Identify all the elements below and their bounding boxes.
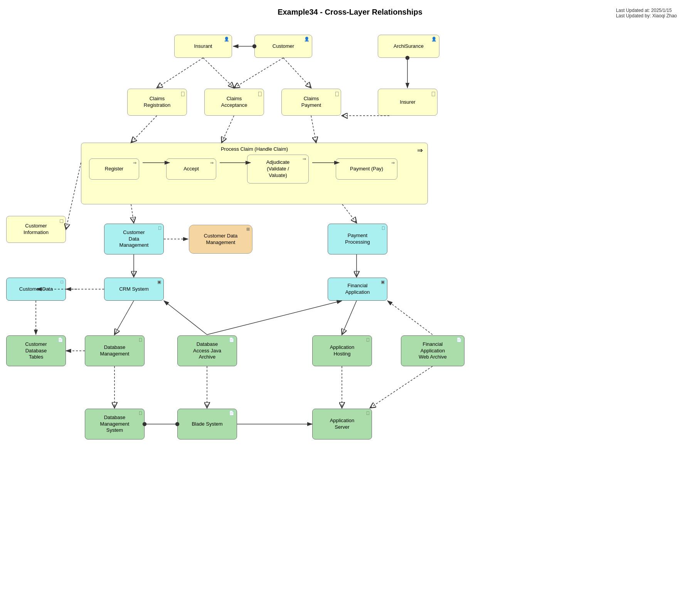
cdm-orange-icon: ⊞ [246, 227, 250, 232]
node-archisurance[interactable]: 👤 ArchiSurance [378, 35, 439, 58]
svg-line-21 [342, 204, 357, 223]
node-payment-pay[interactable]: ⇒ Payment (Pay) [336, 158, 397, 180]
app-host-icon: ⎕ [367, 337, 369, 342]
customer-db-tables-label: CustomerDatabaseTables [22, 340, 50, 362]
svg-line-6 [157, 58, 203, 88]
fin-app-icon: ▣ [381, 280, 385, 285]
svg-line-11 [131, 116, 157, 143]
diagram-container: Example34 - Cross-Layer Relationships La… [0, 0, 700, 613]
svg-line-19 [131, 204, 134, 223]
cdm-orange-label: Customer DataManagement [201, 231, 241, 248]
main-title: Example34 - Cross-Layer Relationships [278, 8, 422, 17]
customer-information-label: CustomerInformation [20, 221, 52, 237]
database-access-java-label: DatabaseAccess JavaArchive [190, 340, 224, 362]
accept-label: Accept [180, 164, 202, 174]
svg-line-13 [311, 116, 316, 143]
payment-proc-icon: ⎕ [382, 226, 385, 230]
claims-pay-icon: ⎕ [335, 91, 338, 97]
node-financial-app-web[interactable]: 📄 FinancialApplicationWeb Archive [401, 335, 464, 366]
insurer-label: Insurer [397, 98, 418, 107]
dbms-icon: ⎕ [139, 411, 142, 415]
payment-pay-icon: ⇒ [391, 160, 395, 165]
claims-acc-icon: ⎕ [258, 91, 261, 97]
register-icon: ⇒ [133, 160, 136, 165]
db-mgmt-icon: ⎕ [139, 337, 142, 342]
register-label: Register [102, 164, 126, 174]
svg-line-25 [114, 301, 134, 335]
node-register[interactable]: ⇒ Register [89, 158, 139, 180]
adjudicate-label: Adjudicate(Validate /Valuate) [263, 158, 293, 180]
cdm-cyan-icon: ⎕ [158, 226, 161, 230]
process-claim-label: Process Claim (Handle Claim) [221, 146, 288, 152]
svg-line-29 [164, 301, 207, 335]
node-customer[interactable]: 👤 Customer [254, 35, 312, 58]
node-insurer[interactable]: ⎕ Insurer [378, 89, 438, 116]
node-crm-system[interactable]: ▣ CRM System [104, 278, 164, 301]
svg-line-31 [387, 301, 432, 335]
node-application-server[interactable]: ⎕ ApplicationServer [312, 409, 372, 440]
last-updated-by: Last Updated by: Xiaoqi Zhao [616, 13, 677, 19]
process-claim-container: Process Claim (Handle Claim) ⇒ ⇒ Registe… [81, 143, 428, 204]
node-customer-data[interactable]: □ Customer Data [6, 278, 66, 301]
crm-icon: ▣ [157, 280, 161, 285]
archisurance-label: ArchiSurance [390, 42, 427, 51]
svg-line-37 [370, 366, 432, 408]
node-accept[interactable]: ⇒ Accept [166, 158, 216, 180]
blade-icon: 📄 [229, 411, 234, 416]
node-database-access-java[interactable]: 📄 DatabaseAccess JavaArchive [177, 335, 237, 366]
application-server-label: ApplicationServer [327, 416, 358, 432]
node-application-hosting[interactable]: ⎕ ApplicationHosting [312, 335, 372, 366]
claims-payment-label: ClaimsPayment [298, 94, 324, 110]
node-customer-data-mgmt-cyan[interactable]: ⎕ CustomerDataManagement [104, 224, 164, 254]
payment-processing-label: PaymentProcessing [342, 231, 373, 247]
node-customer-information[interactable]: □ CustomerInformation [6, 216, 66, 243]
payment-pay-label: Payment (Pay) [347, 164, 386, 174]
insurant-label: Insurant [191, 42, 215, 51]
node-blade-system[interactable]: 📄 Blade System [177, 409, 237, 440]
arrows-svg [0, 0, 700, 613]
cdb-icon: 📄 [58, 337, 63, 342]
node-payment-processing[interactable]: ⎕ PaymentProcessing [328, 224, 387, 254]
claims-acceptance-label: ClaimsAcceptance [218, 94, 251, 110]
claims-reg-icon: ⎕ [181, 91, 184, 97]
node-financial-application[interactable]: ▣ FinancialApplication [328, 278, 387, 301]
financial-app-web-label: FinancialApplicationWeb Archive [416, 340, 450, 362]
database-management-label: DatabaseManagement [97, 343, 133, 359]
node-claims-payment[interactable]: ⎕ ClaimsPayment [281, 89, 341, 116]
node-insurant[interactable]: 👤 Insurant [174, 35, 232, 58]
node-database-management[interactable]: ⎕ DatabaseManagement [85, 335, 145, 366]
application-hosting-label: ApplicationHosting [327, 343, 358, 359]
node-claims-acceptance[interactable]: ⎕ ClaimsAcceptance [204, 89, 264, 116]
insurer-icon: ⎕ [432, 91, 435, 97]
svg-line-8 [234, 58, 283, 88]
customer-data-icon: □ [61, 280, 63, 284]
meta-info: Last Updated at: 2025/1/15 Last Updated … [616, 8, 677, 19]
insurant-icon: 👤 [224, 37, 229, 42]
database-mgmt-system-label: DatabaseManagementSystem [97, 413, 133, 436]
financial-application-label: FinancialApplication [342, 281, 373, 297]
app-server-icon: ⎕ [367, 411, 369, 415]
svg-line-30 [207, 301, 342, 335]
customer-icon: 👤 [304, 37, 310, 42]
node-customer-data-mgmt-orange[interactable]: ⊞ Customer DataManagement [189, 225, 252, 254]
node-database-mgmt-system[interactable]: ⎕ DatabaseManagementSystem [85, 409, 145, 440]
archisurance-icon: 👤 [431, 37, 437, 42]
node-customer-db-tables[interactable]: 📄 CustomerDatabaseTables [6, 335, 66, 366]
customer-label: Customer [269, 42, 297, 51]
blade-system-label: Blade System [188, 419, 225, 429]
daj-icon: 📄 [229, 337, 234, 342]
node-adjudicate[interactable]: ⇒ Adjudicate(Validate /Valuate) [247, 155, 309, 184]
svg-line-26 [342, 301, 357, 335]
cust-info-icon: □ [60, 218, 63, 224]
node-claims-registration[interactable]: ⎕ ClaimsRegistration [127, 89, 187, 116]
claims-registration-label: ClaimsRegistration [141, 94, 173, 110]
last-updated-at: Last Updated at: 2025/1/15 [616, 8, 677, 13]
svg-line-12 [222, 116, 234, 143]
svg-line-9 [283, 58, 311, 88]
faw-icon: 📄 [456, 337, 462, 342]
svg-line-7 [203, 58, 234, 88]
adjudicate-icon: ⇒ [303, 157, 306, 162]
customer-data-label: Customer Data [16, 285, 56, 294]
cdm-cyan-label: CustomerDataManagement [116, 228, 152, 251]
diagram-title: Example34 - Cross-Layer Relationships [278, 8, 422, 17]
